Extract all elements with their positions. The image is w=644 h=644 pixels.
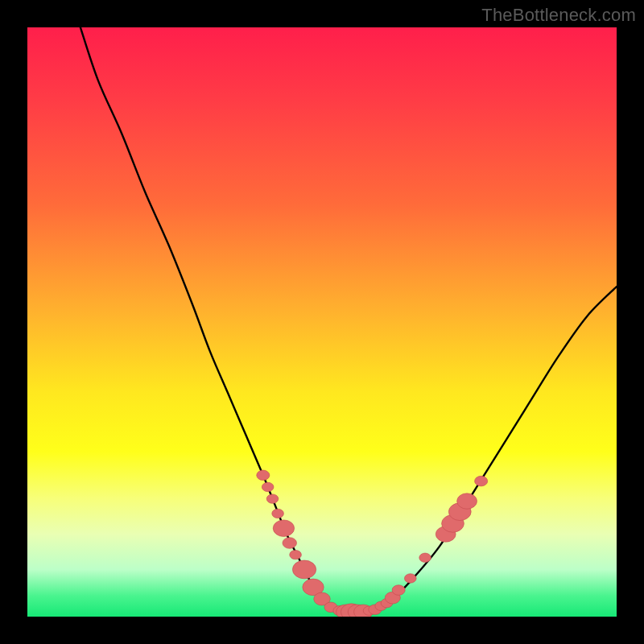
bottleneck-curve [27,27,617,617]
curve-marker [272,509,284,518]
plot-area [27,27,617,617]
curve-marker [257,470,270,481]
watermark-label: TheBottleneck.com [481,5,636,26]
curve-marker [290,550,302,559]
chart-frame: TheBottleneck.com [0,0,644,644]
curve-marker [475,476,488,486]
curve-marker [457,493,477,509]
curve-marker [392,585,405,596]
curve-marker [283,538,297,549]
curve-marker [292,560,316,579]
curve-marker [419,553,431,562]
curve-marker [273,520,294,537]
curve-marker [262,482,274,491]
curve-marker [404,574,416,583]
curve-marker [266,494,279,503]
